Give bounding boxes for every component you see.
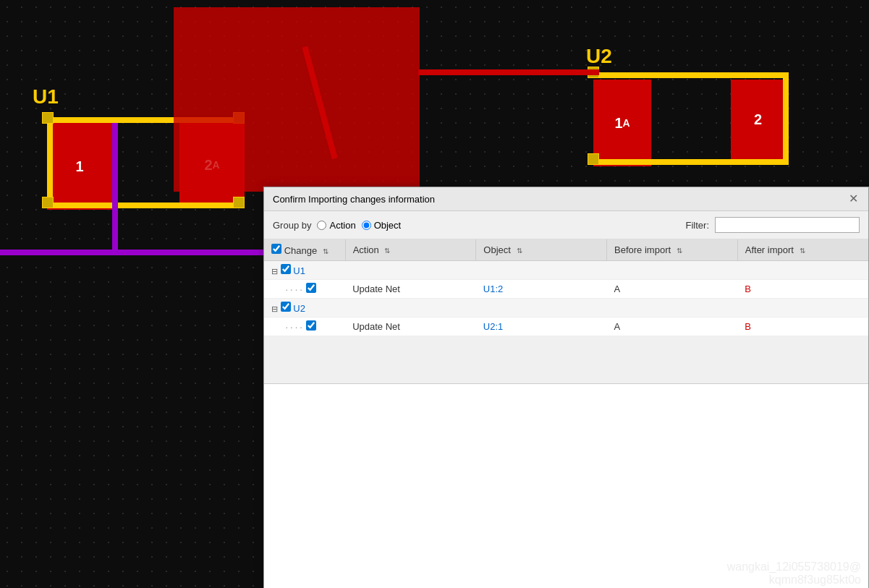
u2-row1-checkbox-cell: ····	[264, 318, 345, 336]
u2-row1-object-cell: U2:1	[476, 318, 607, 336]
u2-group-label: U2	[293, 303, 305, 314]
u2-wire-top	[593, 72, 789, 78]
table-row: ⊟ U1	[264, 261, 868, 280]
group-u1-checkbox-cell: ⊟ U1	[264, 261, 345, 280]
u1-pad-tl	[42, 112, 54, 124]
filter-input[interactable]	[715, 217, 860, 233]
changes-table: Change ⇅ Action ⇅ Object ⇅ Before import…	[264, 239, 868, 336]
object-sort-icon: ⇅	[517, 247, 522, 255]
u2-label: U2	[586, 45, 612, 68]
u2-pad-bl	[588, 153, 599, 165]
radio-object[interactable]	[362, 221, 371, 230]
u2-after-cell	[737, 299, 868, 318]
table-row: ⊟ U2	[264, 299, 868, 318]
u2-group-checkbox[interactable]	[281, 302, 291, 312]
dialog-toolbar: Group by Action Object Filter:	[264, 211, 868, 239]
u1-wire-bottom	[47, 203, 242, 208]
col-header-object[interactable]: Object ⇅	[476, 239, 607, 261]
u1-label: U1	[33, 85, 59, 108]
u1-box1: 1	[47, 123, 112, 210]
u2-wire-bottom	[593, 159, 789, 165]
filter-label: Filter:	[686, 220, 710, 231]
radio-action-option[interactable]: Action	[317, 220, 355, 231]
u1-row1-action-cell: Update Net	[345, 280, 476, 299]
large-red-component	[174, 7, 420, 192]
u1-pad-bl	[42, 197, 54, 208]
radio-object-label: Object	[374, 220, 402, 231]
u2-wire-right	[783, 72, 789, 165]
u2-expand-icon[interactable]: ⊟	[271, 304, 278, 313]
group-by-label: Group by	[273, 220, 311, 231]
confirm-import-dialog: Confirm Importing changes information ✕ …	[263, 187, 869, 588]
group-u2-checkbox-cell: ⊟ U2	[264, 299, 345, 318]
col-header-before[interactable]: Before import ⇅	[607, 239, 738, 261]
u1-row1-object-cell: U1:2	[476, 280, 607, 299]
u1-pad-br	[233, 197, 245, 208]
u1-wire-left	[47, 117, 53, 208]
u2-action-cell	[345, 299, 476, 318]
radio-object-option[interactable]: Object	[362, 220, 402, 231]
purple-wire	[0, 250, 264, 255]
change-sort-icon: ⇅	[323, 247, 328, 255]
table-row: ···· Update Net U2:1 A B	[264, 318, 868, 336]
radio-action-label: Action	[329, 220, 355, 231]
select-all-checkbox[interactable]	[271, 244, 281, 254]
u1-row1-checkbox[interactable]	[306, 283, 316, 293]
col-header-action[interactable]: Action ⇅	[345, 239, 476, 261]
u1-before-cell	[607, 261, 738, 280]
u2-box1: 1A	[593, 80, 651, 166]
u1-action-cell	[345, 261, 476, 280]
red-trace-h	[418, 69, 599, 75]
u1-object-cell	[476, 261, 607, 280]
u1-expand-icon[interactable]: ⊟	[271, 267, 278, 276]
before-sort-icon: ⇅	[677, 247, 682, 255]
dialog-content-area: wangkai_12i055738019@ kqmn8f3ug85kt0o	[264, 384, 868, 588]
u2-row1-action-cell: Update Net	[345, 318, 476, 336]
u2-row1-before-cell: A	[607, 318, 738, 336]
u2-row1-checkbox[interactable]	[306, 320, 316, 331]
u1-row1-before-cell: A	[607, 280, 738, 299]
table-row: ···· Update Net U1:2 A B	[264, 280, 868, 299]
after-sort-icon: ⇅	[800, 247, 805, 255]
purple-wire-v	[112, 123, 118, 255]
dialog-title: Confirm Importing changes information	[273, 194, 435, 205]
u2-row1-after-cell: B	[737, 318, 868, 336]
u1-group-label: U1	[293, 265, 305, 276]
u1-group-checkbox[interactable]	[281, 264, 291, 274]
table-body: ⊟ U1 ···· Update Net U1:2	[264, 261, 868, 336]
dialog-titlebar: Confirm Importing changes information ✕	[264, 187, 868, 211]
col-header-change[interactable]: Change ⇅	[264, 239, 345, 261]
col-header-after[interactable]: After import ⇅	[737, 239, 868, 261]
u1-after-cell	[737, 261, 868, 280]
u1-row1-after-cell: B	[737, 280, 868, 299]
changes-table-container: Change ⇅ Action ⇅ Object ⇅ Before import…	[264, 239, 868, 384]
u2-box2: 2	[731, 80, 785, 159]
u2-before-cell	[607, 299, 738, 318]
u1-tree-connector: ····	[284, 286, 304, 295]
close-button[interactable]: ✕	[847, 193, 860, 205]
radio-action[interactable]	[317, 221, 326, 230]
watermark: wangkai_12i055738019@ kqmn8f3ug85kt0o	[727, 561, 861, 587]
u2-tree-connector: ····	[284, 323, 304, 333]
table-header-row: Change ⇅ Action ⇅ Object ⇅ Before import…	[264, 239, 868, 261]
action-sort-icon: ⇅	[384, 247, 390, 255]
u1-row1-checkbox-cell: ····	[264, 280, 345, 299]
u2-object-cell	[476, 299, 607, 318]
